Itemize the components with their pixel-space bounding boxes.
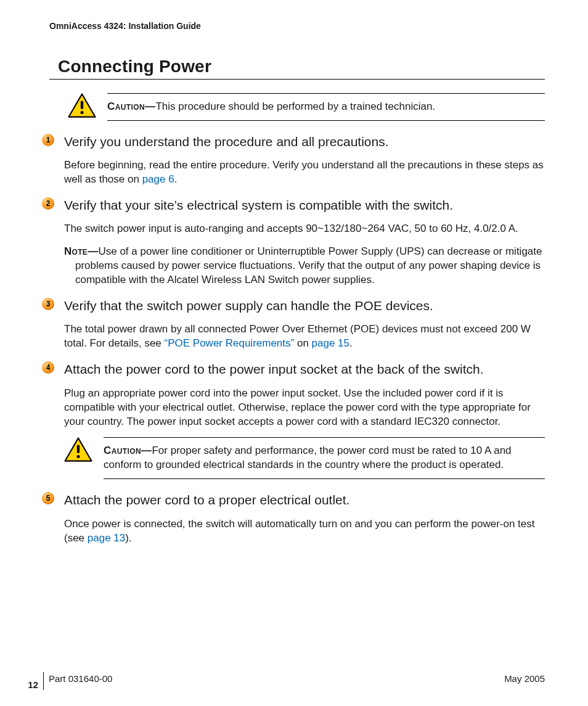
step-2: 2 Verify that your site’s electrical sys… xyxy=(49,197,545,287)
step-bullet: 4 xyxy=(42,361,54,374)
step-bullet: 3 xyxy=(42,298,54,310)
note-label: Note— xyxy=(64,245,98,257)
page-link[interactable]: page 15 xyxy=(312,337,349,349)
step-body: Plug an appropriate power cord into the … xyxy=(64,387,545,429)
page-link[interactable]: page 13 xyxy=(88,532,125,544)
step-body: Before beginning, read the entire proced… xyxy=(64,158,545,187)
step-body: The total power drawn by all connected P… xyxy=(64,322,545,351)
caution-label: Caution— xyxy=(107,101,155,112)
svg-rect-1 xyxy=(81,101,83,109)
step-heading: Attach the power cord to a proper electr… xyxy=(64,491,545,508)
caution-label: Caution— xyxy=(104,445,152,456)
note-block: Note—Use of a power line conditioner or … xyxy=(75,245,545,287)
svg-point-5 xyxy=(77,455,80,458)
step-bullet: 5 xyxy=(42,492,54,504)
part-number: Part 031640-00 xyxy=(49,673,112,684)
caution-text: For proper safety and performance, the p… xyxy=(104,445,512,470)
caution-icon xyxy=(64,437,92,462)
caution-block-inline: Caution—For proper safety and performanc… xyxy=(64,437,545,479)
page-number: 12 xyxy=(0,679,43,690)
caution-text: This procedure should be performed by a … xyxy=(155,101,435,112)
step-body: Once power is connected, the switch will… xyxy=(64,517,545,546)
xref-link[interactable]: “POE Power Requirements” xyxy=(165,337,295,349)
section-title: Connecting Power xyxy=(58,57,545,76)
step-3: 3 Verify that the switch power supply ca… xyxy=(49,297,545,351)
step-heading: Verify that your site’s electrical syste… xyxy=(64,197,545,213)
step-body: The switch power input is auto-ranging a… xyxy=(64,222,545,236)
running-header: OmniAccess 4324: Installation Guide xyxy=(49,21,545,31)
caution-block-top: Caution—This procedure should be perform… xyxy=(68,93,545,121)
step-heading: Attach the power cord to the power input… xyxy=(64,361,545,377)
step-bullet: 2 xyxy=(42,197,54,210)
step-heading: Verify that the switch power supply can … xyxy=(64,297,545,314)
page-footer: 12 Part 031640-00 May 2005 xyxy=(0,672,588,690)
svg-rect-4 xyxy=(77,445,80,453)
caution-icon xyxy=(68,93,96,118)
svg-point-2 xyxy=(81,111,84,114)
footer-date: May 2005 xyxy=(504,673,545,684)
step-heading: Verify you understand the procedure and … xyxy=(64,133,545,150)
step-1: 1 Verify you understand the procedure an… xyxy=(49,133,545,187)
step-bullet: 1 xyxy=(42,134,54,146)
title-rule xyxy=(49,79,545,80)
step-5: 5 Attach the power cord to a proper elec… xyxy=(49,491,545,545)
step-4: 4 Attach the power cord to the power inp… xyxy=(49,361,545,479)
page-link[interactable]: page 6 xyxy=(142,173,174,185)
note-text: Use of a power line conditioner or Unint… xyxy=(75,245,542,285)
